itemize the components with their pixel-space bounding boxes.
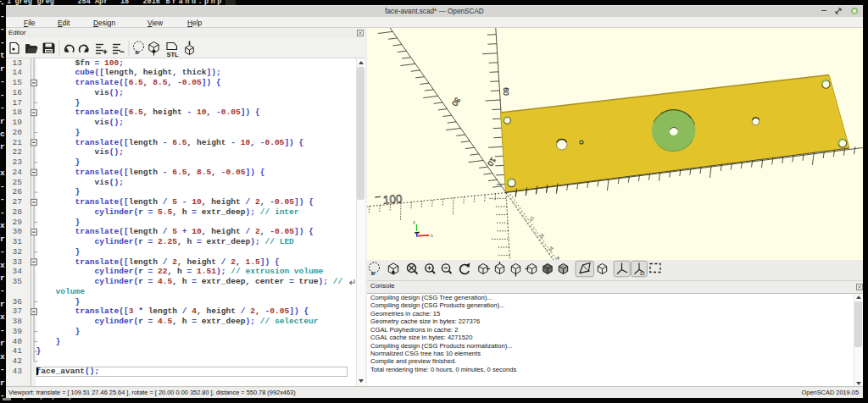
svg-text:»: » [135,47,139,57]
svg-text:10: 10 [639,271,644,276]
svg-text:STL: STL [167,51,180,58]
svg-text:»: » [370,268,375,278]
